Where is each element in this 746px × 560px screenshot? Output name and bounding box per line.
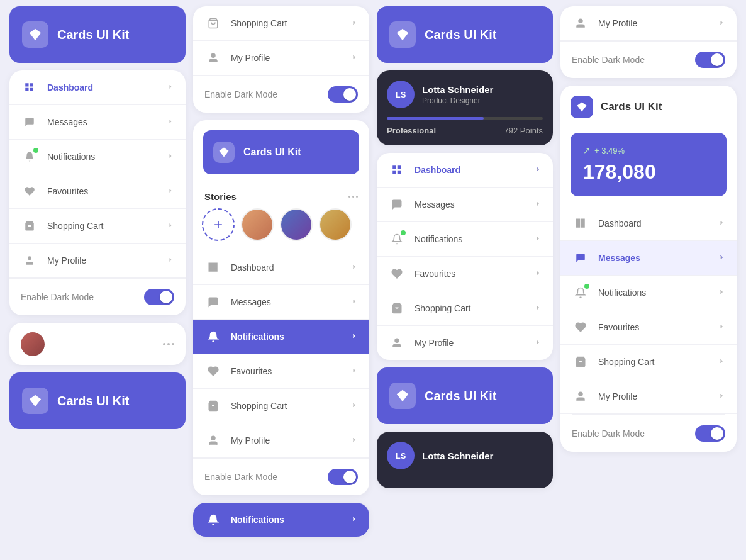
favourites-icon-2 bbox=[204, 362, 222, 380]
story-3[interactable] bbox=[319, 208, 352, 241]
cart-label-1: Shopping Cart bbox=[47, 221, 158, 231]
dashboard-label-2: Dashboard bbox=[231, 262, 342, 272]
chevron-dash-4 bbox=[718, 218, 725, 229]
story-2[interactable] bbox=[280, 208, 313, 241]
dark-mode-toggle-1[interactable] bbox=[144, 289, 174, 305]
dark-mode-toggle-4t[interactable] bbox=[695, 52, 725, 68]
dark-mode-toggle-2t[interactable] bbox=[328, 86, 358, 103]
chevron-msg-3 bbox=[534, 199, 542, 210]
profile-points-3: 792 Points bbox=[504, 126, 543, 135]
app-icon-1b bbox=[22, 388, 48, 414]
nav-item-profile-4[interactable]: My Profile bbox=[560, 379, 737, 414]
banner-3: Cards UI Kit bbox=[377, 6, 553, 63]
nav-item-notifications-1[interactable]: Notifications bbox=[9, 140, 186, 174]
stats-trend-4: ↗ + 3.49% bbox=[583, 145, 714, 155]
nav-item-messages-3[interactable]: Messages bbox=[377, 188, 553, 222]
nav-item-cart-4[interactable]: Shopping Cart bbox=[560, 345, 737, 379]
svg-rect-15 bbox=[581, 224, 584, 227]
svg-rect-2 bbox=[25, 88, 28, 91]
progress-bar-3 bbox=[387, 117, 543, 120]
story-add-button[interactable]: + bbox=[202, 208, 235, 241]
chevron-fav-1 bbox=[167, 186, 174, 197]
nav-item-cart-3[interactable]: Shopping Cart bbox=[377, 291, 553, 326]
column-1: Cards UI Kit Dashboard Messages Notifica… bbox=[9, 6, 186, 429]
nav-item-dashboard-3[interactable]: Dashboard bbox=[377, 153, 553, 188]
nav-item-dashboard-1[interactable]: Dashboard bbox=[9, 70, 186, 105]
svg-rect-6 bbox=[209, 268, 212, 271]
inner-banner-2: Cards UI Kit bbox=[193, 120, 369, 182]
story-1[interactable] bbox=[241, 208, 274, 241]
nav-item-myprofile-4[interactable]: My Profile bbox=[560, 6, 737, 41]
svg-rect-14 bbox=[576, 224, 579, 227]
inner-app-name-2: Cards UI Kit bbox=[243, 147, 301, 158]
nav-item-cart-1[interactable]: Shopping Cart bbox=[9, 209, 186, 244]
diamond-icon bbox=[28, 28, 42, 42]
profile-icon-2 bbox=[204, 432, 222, 449]
nav-item-profile-2t[interactable]: My Profile bbox=[193, 41, 369, 76]
dot-s1 bbox=[348, 196, 350, 198]
messages-label-4: Messages bbox=[598, 253, 709, 263]
notification-badge-4 bbox=[584, 284, 589, 289]
stories-more[interactable] bbox=[348, 196, 358, 198]
favourites-icon-3 bbox=[388, 265, 406, 283]
nav-item-messages-2[interactable]: Messages bbox=[193, 285, 369, 320]
nav-item-dashboard-4[interactable]: Dashboard bbox=[560, 206, 737, 241]
nav-item-favourites-1[interactable]: Favourites bbox=[9, 174, 186, 209]
messages-label-2: Messages bbox=[231, 297, 342, 307]
profile-card-3b: LS Lotta Schneider bbox=[377, 432, 553, 488]
nav-item-notifications-2[interactable]: Notifications bbox=[193, 320, 369, 354]
chevron-cart-3 bbox=[534, 303, 542, 314]
toggle-row-1: Enable Dark Mode bbox=[9, 278, 186, 315]
profile-icon-2t bbox=[204, 49, 222, 67]
nav-item-profile-2[interactable]: My Profile bbox=[193, 423, 369, 458]
inner-app-icon-4 bbox=[571, 96, 593, 118]
profile-footer-3: Professional 792 Points bbox=[387, 126, 543, 135]
profile-header-3b: LS Lotta Schneider bbox=[387, 442, 543, 469]
favourites-label-1: Favourites bbox=[47, 186, 158, 196]
toggle-row-4t: Enable Dark Mode bbox=[560, 41, 737, 78]
chevron-cart-4 bbox=[718, 356, 725, 367]
nav-item-notifications-2b[interactable]: Notifications bbox=[193, 503, 369, 537]
chevron-cart-2t bbox=[350, 18, 358, 29]
nav-item-notifications-4[interactable]: Notifications bbox=[560, 276, 737, 310]
dark-mode-toggle-4b[interactable] bbox=[695, 425, 725, 442]
nav-item-profile-3[interactable]: My Profile bbox=[377, 326, 553, 360]
nav-item-dashboard-2[interactable]: Dashboard bbox=[193, 250, 369, 285]
diamond-icon-3 bbox=[396, 28, 409, 42]
favourites-label-2: Favourites bbox=[231, 366, 342, 376]
stories-row: + bbox=[193, 208, 369, 250]
nav-item-messages-1[interactable]: Messages bbox=[9, 105, 186, 140]
profile-level-3: Professional bbox=[387, 126, 436, 135]
toggle-row-2: Enable Dark Mode bbox=[193, 458, 369, 495]
messages-icon-4 bbox=[572, 249, 589, 267]
profile-info-3: Lotta Schneider Product Designer bbox=[422, 84, 493, 105]
profile-icon-3 bbox=[388, 334, 406, 352]
messages-label-3: Messages bbox=[415, 199, 525, 210]
nav-item-notifications-3[interactable]: Notifications bbox=[377, 222, 553, 257]
dashboard-icon-4 bbox=[572, 215, 589, 232]
notification-badge-1 bbox=[33, 148, 38, 153]
nav-item-cart-2t[interactable]: Shopping Cart bbox=[193, 6, 369, 41]
nav-item-favourites-2[interactable]: Favourites bbox=[193, 354, 369, 389]
trend-value-4: + 3.49% bbox=[594, 146, 625, 155]
nav-item-profile-1[interactable]: My Profile bbox=[9, 244, 186, 278]
cart-label-4: Shopping Cart bbox=[598, 357, 709, 367]
more-dots-1[interactable] bbox=[163, 343, 174, 345]
nav-item-messages-4[interactable]: Messages bbox=[560, 241, 737, 276]
nav-item-favourites-4[interactable]: Favourites bbox=[560, 310, 737, 345]
messages-icon-3 bbox=[388, 196, 406, 213]
svg-rect-10 bbox=[392, 171, 396, 174]
avatar-image-1 bbox=[21, 332, 45, 356]
toggle-row-4b: Enable Dark Mode bbox=[560, 415, 737, 452]
cart-icon-3 bbox=[388, 300, 406, 317]
nav-item-cart-2[interactable]: Shopping Cart bbox=[193, 389, 369, 423]
nav-item-favourites-3[interactable]: Favourites bbox=[377, 257, 553, 291]
dark-mode-toggle-2[interactable] bbox=[328, 469, 358, 485]
svg-rect-1 bbox=[30, 83, 33, 86]
cart-label-2t: Shopping Cart bbox=[231, 18, 342, 28]
dashboard-icon bbox=[21, 79, 38, 96]
nav-card-3: Dashboard Messages Notifications Favouri… bbox=[377, 153, 553, 360]
dark-mode-label-4b: Enable Dark Mode bbox=[572, 428, 645, 439]
chevron-profile-2t bbox=[350, 52, 358, 64]
dark-mode-label-1: Enable Dark Mode bbox=[21, 292, 94, 302]
